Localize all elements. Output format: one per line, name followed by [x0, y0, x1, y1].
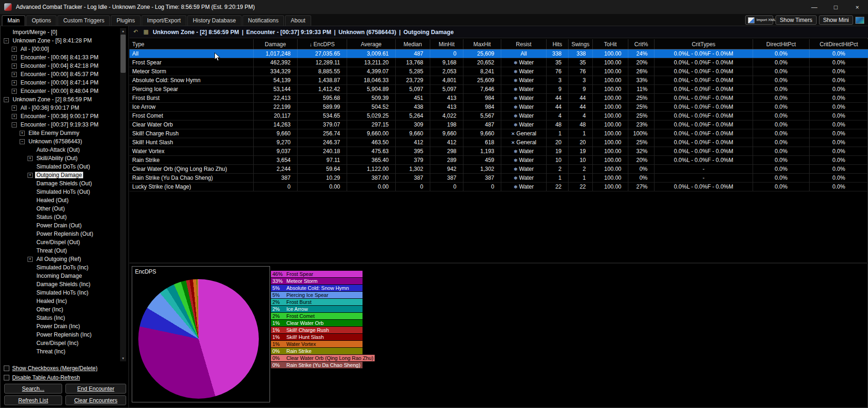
- tree-item-label[interactable]: Healed (Inc): [35, 298, 68, 304]
- tree-item-simulated-dots-inc[interactable]: Simulated DoTs (Inc): [2, 263, 120, 272]
- tree-item-other-out[interactable]: Other (Out): [2, 204, 120, 213]
- column-header-crittypes[interactable]: CritTypes: [655, 39, 753, 49]
- column-header-minhit[interactable]: MinHit: [430, 39, 463, 49]
- tree-item-label[interactable]: Damage Shields (Out): [35, 180, 93, 187]
- table-row-all[interactable]: All1,017,24827,035.653,009.61487025,609A…: [129, 49, 868, 58]
- column-header-encdps[interactable]: ↓EncDPS: [298, 39, 347, 49]
- collapse-icon[interactable]: −: [20, 139, 25, 144]
- tree-item-label[interactable]: Status (Inc): [35, 315, 66, 321]
- column-header-tohit[interactable]: ToHit: [593, 39, 628, 49]
- show-mini-button[interactable]: Show Mini: [819, 15, 853, 25]
- tree-item-label[interactable]: Cure/Dispel (Inc): [35, 340, 80, 346]
- expand-icon[interactable]: +: [12, 106, 17, 111]
- tree-item-outgoing-damage[interactable]: +Outgoing Damage: [2, 171, 120, 179]
- tree-item-encounter-00-36-9-00-17-pm[interactable]: +Encounter - [00:36] 9:00:17 PM: [2, 112, 120, 120]
- expand-icon[interactable]: +: [12, 55, 17, 60]
- tree-item-import-merge-0[interactable]: Import/Merge - [0]: [2, 28, 120, 36]
- tree-item-label[interactable]: Encounter - [00:37] 9:19:33 PM: [19, 121, 100, 128]
- tree-item-all-00-36-9-00-17-pm[interactable]: +All - [00:36] 9:00:17 PM: [2, 104, 120, 112]
- tab-main[interactable]: Main: [2, 15, 25, 26]
- tree-item-label[interactable]: Import/Merge - [0]: [11, 29, 58, 35]
- column-header-directhitpct[interactable]: DirectHitPct: [753, 39, 810, 49]
- table-row-rain-strike-yu-da-chao-sheng[interactable]: Rain Strike (Yu Da Chao Sheng)38710.2938…: [129, 174, 868, 183]
- table-row-frost-spear[interactable]: Frost Spear462,39212,289.1113,211.2013,7…: [129, 58, 868, 67]
- tree-item-label[interactable]: Incoming Damage: [35, 273, 83, 279]
- tree-item-label[interactable]: Encounter - [00:06] 8:41:33 PM: [19, 54, 100, 61]
- table-row-meteor-storm[interactable]: Meteor Storm334,3298,885.554,399.075,285…: [129, 67, 868, 76]
- table-row-skill-charge-rush[interactable]: Skill! Charge Rush9,660256.749,660.009,6…: [129, 129, 868, 138]
- column-header-median[interactable]: Median: [396, 39, 430, 49]
- tab-notifications[interactable]: Notifications: [242, 15, 284, 26]
- collapse-icon[interactable]: −: [12, 122, 17, 127]
- scroll-down-icon[interactable]: ▼: [120, 355, 126, 361]
- tree-item-auto-attack-out[interactable]: Auto-Attack (Out): [2, 146, 120, 154]
- tree-item-label[interactable]: Status (Out): [35, 214, 68, 220]
- expand-icon[interactable]: +: [12, 72, 17, 77]
- tree-item-label[interactable]: Unknown Zone - [5] 8:41:28 PM: [11, 37, 93, 44]
- tree-item-encounter-00-06-8-41-33-pm[interactable]: +Encounter - [00:06] 8:41:33 PM: [2, 53, 120, 62]
- close-button[interactable]: ×: [847, 0, 868, 14]
- tree-item-simulated-dots-out[interactable]: Simulated DoTs (Out): [2, 162, 120, 171]
- tree-item-damage-shields-inc[interactable]: Damage Shields (Inc): [2, 280, 120, 288]
- column-header-swings[interactable]: Swings: [569, 39, 593, 49]
- tree-item-cure-dispel-out[interactable]: Cure/Dispel (Out): [2, 238, 120, 246]
- column-header-type[interactable]: Type: [129, 39, 254, 49]
- expand-icon[interactable]: +: [12, 114, 17, 119]
- tab-about[interactable]: About: [285, 15, 311, 26]
- column-header-crit[interactable]: Crit%: [628, 39, 655, 49]
- column-header-critdirecthitpct[interactable]: CritDirectHitPct: [810, 39, 868, 49]
- table-row-frost-burst[interactable]: Frost Burst22,413595.68509.39451413984❄W…: [129, 94, 868, 103]
- tree-item-healed-inc[interactable]: Healed (Inc): [2, 297, 120, 305]
- column-header-damage[interactable]: Damage: [254, 39, 298, 49]
- tree-item-label[interactable]: Threat (Out): [35, 247, 68, 254]
- tree-item-label[interactable]: Unknown (67586443): [27, 138, 84, 145]
- tree-item-encounter-00-00-8-47-14-pm[interactable]: +Encounter - [00:00] 8:47:14 PM: [2, 78, 120, 87]
- expand-icon[interactable]: +: [28, 156, 33, 161]
- tree-item-label[interactable]: Encounter - [00:00] 8:47:14 PM: [19, 79, 100, 86]
- tab-history-database[interactable]: History Database: [187, 15, 242, 26]
- disable-autorefresh-option[interactable]: Disable Table Auto-Refresh: [4, 374, 80, 381]
- tree-item-skill-ability-out[interactable]: +Skill/Ability (Out): [2, 154, 120, 162]
- table-row-absolute-cold-snow-hymn[interactable]: Absolute Cold: Snow Hymn54,1391,438.8718…: [129, 76, 868, 85]
- tree-item-label[interactable]: Encounter - [00:36] 9:00:17 PM: [19, 113, 100, 120]
- tree-item-unknown-67586443[interactable]: −Unknown (67586443): [2, 137, 120, 146]
- tree-item-label[interactable]: Power Replenish (Out): [35, 231, 94, 237]
- search-button[interactable]: Search...: [4, 384, 62, 394]
- tree-item-label[interactable]: Power Drain (Inc): [35, 323, 81, 330]
- tree-item-label[interactable]: Simulated DoTs (Inc): [35, 264, 90, 271]
- tree-item-damage-shields-out[interactable]: Damage Shields (Out): [2, 179, 120, 188]
- tree-item-simulated-hots-inc[interactable]: Simulated HoTs (Inc): [2, 288, 120, 297]
- table-row-clear-water-orb[interactable]: Clear Water Orb14,263379.07297.153091984…: [129, 120, 868, 129]
- tree-item-power-replenish-out[interactable]: Power Replenish (Out): [2, 230, 120, 238]
- table-row-water-vortex[interactable]: Water Vortex9,037240.18475.633952981,193…: [129, 147, 868, 156]
- tree-item-encounter-00-00-8-48-04-pm[interactable]: +Encounter - [00:00] 8:48:04 PM: [2, 87, 120, 95]
- tree-item-threat-out[interactable]: Threat (Out): [2, 246, 120, 255]
- tree-scrollbar[interactable]: ▲ ▼: [120, 28, 126, 361]
- tree-item-label[interactable]: Power Replenish (Inc): [35, 331, 93, 338]
- tree-item-label[interactable]: All - [00:00]: [19, 46, 50, 52]
- tree-item-label[interactable]: Encounter - [00:00] 8:45:37 PM: [19, 71, 100, 77]
- column-header-hits[interactable]: Hits: [547, 39, 569, 49]
- expand-icon[interactable]: +: [12, 63, 17, 69]
- tree-item-label[interactable]: Elite Enemy Dummy: [27, 130, 81, 136]
- minimize-button[interactable]: —: [804, 0, 825, 14]
- nav-grid-icon[interactable]: ▦: [142, 28, 149, 35]
- table-row-rain-strike[interactable]: Rain Strike3,65497.11365.40379289459❄Wat…: [129, 156, 868, 165]
- tree-item-label[interactable]: Threat (Inc): [35, 348, 67, 355]
- table-row-lucky-strike-ice-mage[interactable]: Lucky Strike (Ice Mage)00.000.00000❄Wate…: [129, 183, 868, 191]
- mini-pane-icon[interactable]: [855, 17, 864, 24]
- table-row-piercing-ice-spear[interactable]: Piercing Ice Spear53,1441,412.425,904.89…: [129, 85, 868, 94]
- tree-item-unknown-zone-2-8-56-59-pm[interactable]: −Unknown Zone - [2] 8:56:59 PM: [2, 95, 120, 104]
- table-row-clear-water-orb-qing-long-rao-zhu[interactable]: Clear Water Orb (Qing Long Rao Zhu)2,244…: [129, 165, 868, 174]
- splitter[interactable]: [129, 262, 868, 264]
- column-header-maxhit[interactable]: MaxHit: [463, 39, 501, 49]
- tab-custom-triggers[interactable]: Custom Triggers: [57, 15, 110, 26]
- tree-item-simulated-hots-out[interactable]: Simulated HoTs (Out): [2, 188, 120, 196]
- tree-item-label[interactable]: Auto-Attack (Out): [35, 147, 81, 153]
- collapse-icon[interactable]: −: [4, 38, 9, 43]
- tree-item-label[interactable]: Outgoing Damage: [35, 172, 83, 178]
- tab-plugins[interactable]: Plugins: [111, 15, 140, 26]
- tree-item-label[interactable]: Skill/Ability (Out): [35, 155, 79, 162]
- tree-item-other-inc[interactable]: Other (Inc): [2, 305, 120, 314]
- table-row-frost-comet[interactable]: Frost Comet20,117534.655,029.255,2644,02…: [129, 112, 868, 120]
